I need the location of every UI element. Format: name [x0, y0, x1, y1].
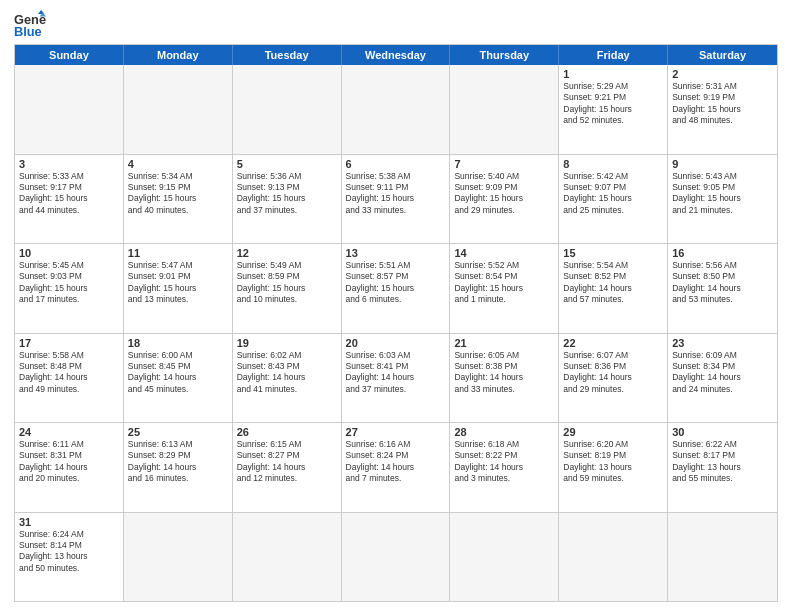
- day-info: Sunrise: 6:18 AM Sunset: 8:22 PM Dayligh…: [454, 439, 554, 485]
- empty-cell-r0c1: [124, 65, 233, 154]
- day-number: 30: [672, 426, 773, 438]
- day-cell-11: 11Sunrise: 5:47 AM Sunset: 9:01 PM Dayli…: [124, 244, 233, 333]
- weekday-header-sunday: Sunday: [15, 45, 124, 65]
- day-info: Sunrise: 5:49 AM Sunset: 8:59 PM Dayligh…: [237, 260, 337, 306]
- day-number: 27: [346, 426, 446, 438]
- weekday-header-friday: Friday: [559, 45, 668, 65]
- day-cell-13: 13Sunrise: 5:51 AM Sunset: 8:57 PM Dayli…: [342, 244, 451, 333]
- empty-cell-r0c3: [342, 65, 451, 154]
- day-number: 7: [454, 158, 554, 170]
- empty-cell-r5c1: [124, 513, 233, 602]
- empty-cell-r5c4: [450, 513, 559, 602]
- day-cell-26: 26Sunrise: 6:15 AM Sunset: 8:27 PM Dayli…: [233, 423, 342, 512]
- day-number: 8: [563, 158, 663, 170]
- day-cell-28: 28Sunrise: 6:18 AM Sunset: 8:22 PM Dayli…: [450, 423, 559, 512]
- day-number: 19: [237, 337, 337, 349]
- day-cell-17: 17Sunrise: 5:58 AM Sunset: 8:48 PM Dayli…: [15, 334, 124, 423]
- empty-cell-r5c2: [233, 513, 342, 602]
- calendar-row-2: 10Sunrise: 5:45 AM Sunset: 9:03 PM Dayli…: [15, 243, 777, 333]
- weekday-header-monday: Monday: [124, 45, 233, 65]
- day-cell-6: 6Sunrise: 5:38 AM Sunset: 9:11 PM Daylig…: [342, 155, 451, 244]
- day-cell-25: 25Sunrise: 6:13 AM Sunset: 8:29 PM Dayli…: [124, 423, 233, 512]
- day-number: 4: [128, 158, 228, 170]
- day-info: Sunrise: 6:02 AM Sunset: 8:43 PM Dayligh…: [237, 350, 337, 396]
- day-cell-14: 14Sunrise: 5:52 AM Sunset: 8:54 PM Dayli…: [450, 244, 559, 333]
- day-cell-31: 31Sunrise: 6:24 AM Sunset: 8:14 PM Dayli…: [15, 513, 124, 602]
- day-number: 31: [19, 516, 119, 528]
- day-info: Sunrise: 5:40 AM Sunset: 9:09 PM Dayligh…: [454, 171, 554, 217]
- day-number: 9: [672, 158, 773, 170]
- day-cell-30: 30Sunrise: 6:22 AM Sunset: 8:17 PM Dayli…: [668, 423, 777, 512]
- day-info: Sunrise: 5:38 AM Sunset: 9:11 PM Dayligh…: [346, 171, 446, 217]
- calendar-header: SundayMondayTuesdayWednesdayThursdayFrid…: [15, 45, 777, 65]
- day-number: 11: [128, 247, 228, 259]
- day-number: 23: [672, 337, 773, 349]
- calendar-row-0: 1Sunrise: 5:29 AM Sunset: 9:21 PM Daylig…: [15, 65, 777, 154]
- day-info: Sunrise: 5:51 AM Sunset: 8:57 PM Dayligh…: [346, 260, 446, 306]
- calendar: SundayMondayTuesdayWednesdayThursdayFrid…: [14, 44, 778, 602]
- day-number: 5: [237, 158, 337, 170]
- day-cell-9: 9Sunrise: 5:43 AM Sunset: 9:05 PM Daylig…: [668, 155, 777, 244]
- day-number: 3: [19, 158, 119, 170]
- day-number: 21: [454, 337, 554, 349]
- day-cell-3: 3Sunrise: 5:33 AM Sunset: 9:17 PM Daylig…: [15, 155, 124, 244]
- calendar-row-1: 3Sunrise: 5:33 AM Sunset: 9:17 PM Daylig…: [15, 154, 777, 244]
- day-cell-5: 5Sunrise: 5:36 AM Sunset: 9:13 PM Daylig…: [233, 155, 342, 244]
- day-info: Sunrise: 5:31 AM Sunset: 9:19 PM Dayligh…: [672, 81, 773, 127]
- calendar-body: 1Sunrise: 5:29 AM Sunset: 9:21 PM Daylig…: [15, 65, 777, 601]
- weekday-header-wednesday: Wednesday: [342, 45, 451, 65]
- day-info: Sunrise: 5:45 AM Sunset: 9:03 PM Dayligh…: [19, 260, 119, 306]
- empty-cell-r0c2: [233, 65, 342, 154]
- day-info: Sunrise: 6:09 AM Sunset: 8:34 PM Dayligh…: [672, 350, 773, 396]
- day-info: Sunrise: 5:29 AM Sunset: 9:21 PM Dayligh…: [563, 81, 663, 127]
- empty-cell-r0c0: [15, 65, 124, 154]
- day-cell-27: 27Sunrise: 6:16 AM Sunset: 8:24 PM Dayli…: [342, 423, 451, 512]
- day-info: Sunrise: 5:54 AM Sunset: 8:52 PM Dayligh…: [563, 260, 663, 306]
- day-cell-7: 7Sunrise: 5:40 AM Sunset: 9:09 PM Daylig…: [450, 155, 559, 244]
- day-number: 14: [454, 247, 554, 259]
- day-cell-21: 21Sunrise: 6:05 AM Sunset: 8:38 PM Dayli…: [450, 334, 559, 423]
- page-header: General Blue: [14, 10, 778, 38]
- day-number: 6: [346, 158, 446, 170]
- day-number: 29: [563, 426, 663, 438]
- day-cell-8: 8Sunrise: 5:42 AM Sunset: 9:07 PM Daylig…: [559, 155, 668, 244]
- day-number: 24: [19, 426, 119, 438]
- weekday-header-saturday: Saturday: [668, 45, 777, 65]
- day-cell-1: 1Sunrise: 5:29 AM Sunset: 9:21 PM Daylig…: [559, 65, 668, 154]
- empty-cell-r5c5: [559, 513, 668, 602]
- day-cell-20: 20Sunrise: 6:03 AM Sunset: 8:41 PM Dayli…: [342, 334, 451, 423]
- day-number: 1: [563, 68, 663, 80]
- day-info: Sunrise: 5:33 AM Sunset: 9:17 PM Dayligh…: [19, 171, 119, 217]
- day-info: Sunrise: 5:42 AM Sunset: 9:07 PM Dayligh…: [563, 171, 663, 217]
- day-cell-10: 10Sunrise: 5:45 AM Sunset: 9:03 PM Dayli…: [15, 244, 124, 333]
- day-info: Sunrise: 6:07 AM Sunset: 8:36 PM Dayligh…: [563, 350, 663, 396]
- day-cell-24: 24Sunrise: 6:11 AM Sunset: 8:31 PM Dayli…: [15, 423, 124, 512]
- empty-cell-r0c4: [450, 65, 559, 154]
- weekday-header-thursday: Thursday: [450, 45, 559, 65]
- day-info: Sunrise: 5:36 AM Sunset: 9:13 PM Dayligh…: [237, 171, 337, 217]
- weekday-header-tuesday: Tuesday: [233, 45, 342, 65]
- calendar-row-4: 24Sunrise: 6:11 AM Sunset: 8:31 PM Dayli…: [15, 422, 777, 512]
- day-number: 20: [346, 337, 446, 349]
- day-number: 18: [128, 337, 228, 349]
- day-info: Sunrise: 6:20 AM Sunset: 8:19 PM Dayligh…: [563, 439, 663, 485]
- day-cell-2: 2Sunrise: 5:31 AM Sunset: 9:19 PM Daylig…: [668, 65, 777, 154]
- day-info: Sunrise: 5:58 AM Sunset: 8:48 PM Dayligh…: [19, 350, 119, 396]
- day-info: Sunrise: 5:47 AM Sunset: 9:01 PM Dayligh…: [128, 260, 228, 306]
- day-info: Sunrise: 6:16 AM Sunset: 8:24 PM Dayligh…: [346, 439, 446, 485]
- calendar-row-3: 17Sunrise: 5:58 AM Sunset: 8:48 PM Dayli…: [15, 333, 777, 423]
- day-info: Sunrise: 6:15 AM Sunset: 8:27 PM Dayligh…: [237, 439, 337, 485]
- day-number: 2: [672, 68, 773, 80]
- day-info: Sunrise: 6:24 AM Sunset: 8:14 PM Dayligh…: [19, 529, 119, 575]
- day-number: 10: [19, 247, 119, 259]
- empty-cell-r5c6: [668, 513, 777, 602]
- day-info: Sunrise: 6:03 AM Sunset: 8:41 PM Dayligh…: [346, 350, 446, 396]
- day-number: 13: [346, 247, 446, 259]
- day-info: Sunrise: 6:00 AM Sunset: 8:45 PM Dayligh…: [128, 350, 228, 396]
- day-cell-23: 23Sunrise: 6:09 AM Sunset: 8:34 PM Dayli…: [668, 334, 777, 423]
- day-number: 12: [237, 247, 337, 259]
- day-cell-19: 19Sunrise: 6:02 AM Sunset: 8:43 PM Dayli…: [233, 334, 342, 423]
- day-cell-22: 22Sunrise: 6:07 AM Sunset: 8:36 PM Dayli…: [559, 334, 668, 423]
- day-number: 26: [237, 426, 337, 438]
- day-number: 22: [563, 337, 663, 349]
